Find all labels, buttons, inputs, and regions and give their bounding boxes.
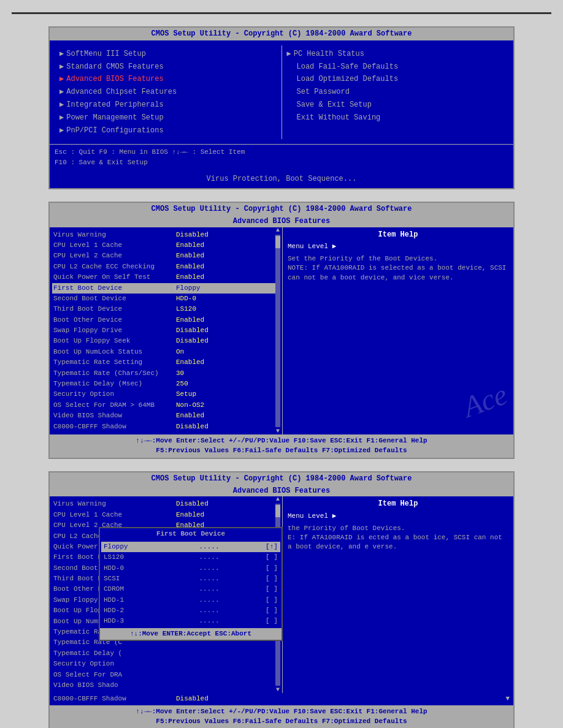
- setting-row[interactable]: CPU Level 1 CacheEnabled: [52, 240, 280, 251]
- screen2-help-level: Menu Level ▶: [288, 242, 508, 251]
- scroll3-down-arrow[interactable]: ▼: [276, 687, 280, 693]
- screen1-right-item[interactable]: Save & Exit Setup: [287, 99, 504, 112]
- popup-item-name: SCSI: [104, 574, 153, 583]
- setting-row[interactable]: Security OptionSetup: [52, 389, 280, 400]
- screen1-right-item[interactable]: ▶PC Health Status: [287, 48, 504, 61]
- setting-row[interactable]: Security Option: [52, 659, 280, 669]
- screen2-body: Virus WarningDisabledCPU Level 1 CacheEn…: [50, 227, 513, 434]
- screen1-left-item[interactable]: ▶Power Management Setup: [59, 112, 277, 124]
- setting-row[interactable]: Video BIOS ShadowEnabled: [52, 411, 280, 421]
- setting-name: Boot Other Device: [53, 316, 176, 325]
- screen1-left-item[interactable]: ▶Standard CMOS Features: [59, 61, 277, 74]
- screen1-left-item[interactable]: ▶Integrated Peripherals: [59, 99, 277, 112]
- popup-item[interactable]: SCSI.....[ ]: [101, 574, 280, 584]
- setting-row[interactable]: CPU L2 Cache ECC CheckingEnabled: [52, 262, 280, 272]
- popup-body: Floppy.....[↑]LS120.....[ ]HDD-0.....[ ]…: [100, 540, 282, 628]
- setting-row[interactable]: Video BIOS Shado: [52, 680, 280, 691]
- menu-arrow: ▶: [59, 88, 64, 96]
- screen3-help-level: Menu Level ▶: [288, 512, 508, 521]
- setting-value: Disabled: [176, 499, 278, 509]
- setting-value: Enabled: [176, 411, 278, 420]
- menu-arrow: ▶: [287, 50, 291, 58]
- setting-name: CPU Level 2 Cache: [53, 251, 176, 260]
- menu-arrow: ▶: [59, 63, 64, 71]
- screen2-scrollbar[interactable]: ▲ ▼: [275, 227, 281, 434]
- popup-item-bracket: [ ]: [266, 585, 278, 594]
- setting-row[interactable]: Virus WarningDisabled: [52, 230, 280, 240]
- popup-item[interactable]: HDD-1.....[ ]: [101, 595, 280, 605]
- setting-row[interactable]: C8000-CBFFF ShadowDisabled: [52, 422, 280, 432]
- popup-item-bracket: [ ]: [266, 553, 278, 562]
- setting-row[interactable]: Boot Up Floppy SeekDisabled: [52, 336, 280, 346]
- popup-item-dots: .....: [153, 553, 266, 562]
- screen1-left-item[interactable]: ▶PnP/PCI Configurations: [59, 124, 277, 137]
- setting-row[interactable]: Virus WarningDisabled: [52, 499, 280, 509]
- setting-row[interactable]: Swap Floppy DriveDisabled: [52, 325, 280, 336]
- setting-row[interactable]: CPU Level 2 CacheEnabled: [52, 251, 280, 261]
- scroll-down-arrow[interactable]: ▼: [276, 428, 280, 434]
- screen1-body: ▶SoftMenu III Setup▶Standard CMOS Featur…: [50, 40, 513, 145]
- setting-value: Enabled: [176, 316, 278, 325]
- setting-value: Disabled: [176, 422, 278, 431]
- menu-arrow: ▶: [59, 126, 64, 135]
- screen1-left-item[interactable]: ▶Advanced Chipset Features: [59, 86, 277, 99]
- screen1-right-item[interactable]: Set Password: [287, 86, 504, 99]
- setting-value: [176, 659, 278, 669]
- setting-row[interactable]: Third Boot DeviceLS120: [52, 304, 280, 314]
- setting-row[interactable]: CPU Level 1 CacheEnabled: [52, 510, 280, 520]
- popup-item-bracket: [↑]: [266, 542, 278, 552]
- popup-item-bracket: [ ]: [266, 606, 278, 615]
- screen1-status: Virus Protection, Boot Sequence...: [50, 170, 513, 188]
- setting-row[interactable]: OS Select For DRA: [52, 670, 280, 680]
- screen2-bios: CMOS Setup Utility - Copyright (C) 1984-…: [48, 202, 515, 459]
- popup-item[interactable]: CDROM.....[ ]: [101, 584, 280, 594]
- setting-row[interactable]: Typematic Rate (Chars/Sec)30: [52, 368, 280, 379]
- setting-name: Virus Warning: [53, 230, 176, 240]
- setting-value: Disabled: [176, 336, 278, 346]
- screen3-help-text: the Priority of Boot Devices.E: If ATA10…: [288, 524, 508, 552]
- setting-value: On: [176, 347, 278, 357]
- scroll-thumb: [275, 236, 280, 248]
- setting-row[interactable]: Boot Up NumLock StatusOn: [52, 347, 280, 357]
- scroll-up-arrow[interactable]: ▲: [276, 227, 280, 233]
- popup-item[interactable]: Floppy.....[↑]: [101, 542, 280, 552]
- screen1-left-item[interactable]: ▶SoftMenu III Setup: [59, 48, 277, 61]
- popup-item[interactable]: HDD-3.....[ ]: [101, 616, 280, 626]
- setting-value: LS120: [176, 305, 278, 314]
- popup-item-dots: .....: [153, 606, 266, 615]
- setting-name: Boot Up NumLock Status: [53, 347, 176, 357]
- screen2-help: Item Help Menu Level ▶ Set the Priority …: [283, 227, 513, 434]
- setting-row[interactable]: Boot Other DeviceEnabled: [52, 315, 280, 325]
- screen1-left-item[interactable]: ▶Advanced BIOS Features: [59, 73, 277, 86]
- popup-title: First Boot Device: [100, 528, 282, 540]
- screen1-left-col: ▶SoftMenu III Setup▶Standard CMOS Featur…: [55, 45, 282, 140]
- scroll3-up-arrow[interactable]: ▲: [276, 496, 280, 502]
- screen1-right-item[interactable]: Load Fail-Safe Defaults: [287, 61, 504, 74]
- setting-value: 30: [176, 369, 278, 378]
- popup-item[interactable]: LS120.....[ ]: [101, 552, 280, 563]
- setting-value: [176, 649, 278, 658]
- screen1-right-item[interactable]: Load Optimized Defaults: [287, 73, 504, 86]
- setting-row[interactable]: Quick Power On Self TestEnabled: [52, 272, 280, 282]
- setting-row[interactable]: First Boot DeviceFloppy: [52, 283, 280, 294]
- setting-row[interactable]: Typematic Rate SettingEnabled: [52, 357, 280, 368]
- setting-name: CPU L2 Cache ECC Checking: [53, 262, 176, 271]
- help3-level-arrow: ▶: [332, 512, 337, 520]
- popup-item-dots: .....: [153, 616, 266, 626]
- screen1-right-item[interactable]: Exit Without Saving: [287, 112, 504, 124]
- setting-row[interactable]: OS Select For DRAM > 64MBNon-OS2: [52, 400, 280, 411]
- setting-name: Typematic Rate (Chars/Sec): [53, 369, 176, 378]
- setting-name: Typematic Delay (Msec): [53, 379, 176, 389]
- setting-name: OS Select For DRAM > 64MB: [53, 401, 176, 410]
- setting-row[interactable]: Typematic Delay (Msec)250: [52, 379, 280, 389]
- popup-item[interactable]: HDD-0.....[ ]: [101, 563, 280, 574]
- setting-value: Setup: [176, 390, 278, 399]
- popup-item-bracket: [ ]: [266, 564, 278, 573]
- popup-item[interactable]: HDD-2.....[ ]: [101, 605, 280, 616]
- setting-name: Video BIOS Shado: [53, 681, 176, 690]
- screen2-subtitle: Advanced BIOS Features: [50, 216, 513, 227]
- setting-value: Enabled: [176, 262, 278, 271]
- setting-row[interactable]: Second Boot DeviceHDD-0: [52, 294, 280, 304]
- setting-row[interactable]: Typematic Delay (: [52, 648, 280, 659]
- scroll-track: [275, 235, 280, 427]
